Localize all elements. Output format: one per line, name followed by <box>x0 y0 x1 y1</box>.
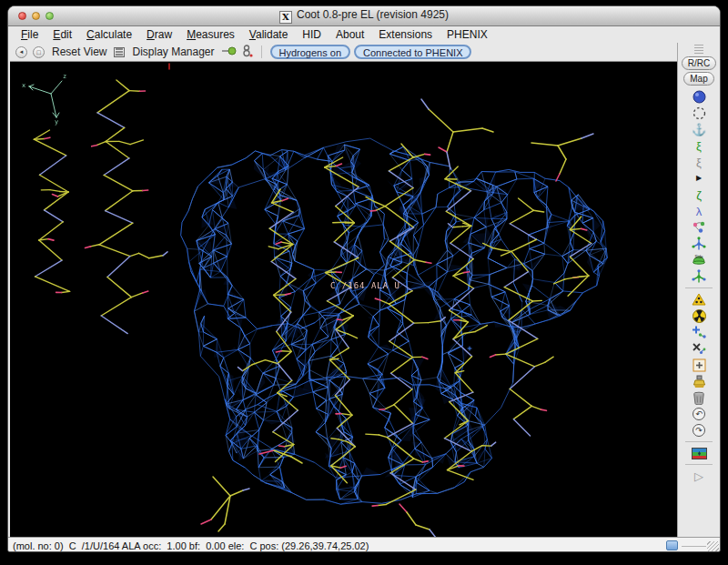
radioactive-icon[interactable] <box>691 308 707 324</box>
gray-squiggle-icon[interactable]: ξ <box>691 154 707 170</box>
hydrogens-toggle-button[interactable]: Hydrogens on <box>270 45 351 59</box>
display-manager-button[interactable]: Display Manager <box>130 45 216 58</box>
menu-phenix[interactable]: PHENIX <box>440 28 495 41</box>
delete-atom-icon[interactable] <box>691 340 707 357</box>
anchor-icon[interactable]: ⚓ <box>691 121 707 137</box>
redo-icon[interactable]: ↷ <box>691 422 707 439</box>
svg-text:Side: Side <box>694 255 703 259</box>
toolbar-separator <box>685 288 713 288</box>
toolbar-separator <box>261 45 262 58</box>
main-toolbar: ◂ □ Reset View Display Manager Hydrogens… <box>8 43 677 61</box>
window-resize-grip[interactable] <box>707 541 719 552</box>
add-terminal-residue-icon[interactable] <box>691 357 707 373</box>
flag-icon[interactable] <box>691 445 707 461</box>
atom-dots-icon[interactable] <box>691 219 707 236</box>
toolbar-separator <box>685 441 713 442</box>
right-toolbar-panel: R/RC Map ⚓ξξ▶ζλSide↶↷▷ <box>677 43 720 537</box>
screen: XCoot 0.8-pre EL (revision 4925) FileEdi… <box>0 0 728 565</box>
titlebar[interactable]: XCoot 0.8-pre EL (revision 4925) <box>8 6 720 26</box>
menu-extensions[interactable]: Extensions <box>371 28 440 41</box>
status-scrollbar-thumb[interactable] <box>666 540 678 550</box>
star-molecule-icon[interactable] <box>691 236 707 252</box>
nav-stop-button[interactable]: □ <box>33 46 45 58</box>
menubar: FileEditCalculateDrawMeasuresValidateHID… <box>8 26 720 43</box>
blue-chain-icon[interactable]: λ <box>691 203 707 219</box>
reset-view-button[interactable]: Reset View <box>50 45 108 58</box>
dashed-circle-icon[interactable] <box>691 105 707 121</box>
add-atom-icon[interactable] <box>691 324 707 340</box>
blue-sphere-icon[interactable] <box>691 88 707 105</box>
coot-window: XCoot 0.8-pre EL (revision 4925) FileEdi… <box>7 5 721 552</box>
green-squiggle-icon[interactable]: ξ <box>691 137 707 154</box>
paintbrush-icon[interactable] <box>691 373 707 389</box>
menu-edit[interactable]: Edit <box>46 28 79 41</box>
green-star-molecule-icon[interactable] <box>691 268 707 285</box>
run-play-icon[interactable]: ▷ <box>691 468 707 484</box>
menu-draw[interactable]: Draw <box>139 28 179 41</box>
gl-viewport[interactable]: C /164 ALA U x z y <box>10 61 677 537</box>
menu-about[interactable]: About <box>329 28 371 41</box>
window-title: XCoot 0.8-pre EL (revision 4925) <box>8 8 720 24</box>
menu-calculate[interactable]: Calculate <box>79 28 139 41</box>
x11-icon: X <box>279 11 292 24</box>
expand-arrow-icon[interactable]: ▶ <box>691 170 707 187</box>
nav-back-button[interactable]: ◂ <box>15 46 27 58</box>
menu-measures[interactable]: Measures <box>179 28 242 41</box>
toolbar-separator <box>685 464 713 465</box>
go-to-atom-icon[interactable] <box>222 45 237 59</box>
gl-canvas[interactable] <box>10 62 677 537</box>
trash-icon[interactable] <box>691 389 707 406</box>
hazard-triangle-icon[interactable] <box>691 291 707 308</box>
map-button[interactable]: Map <box>683 72 713 86</box>
hydrogen-figure-icon[interactable] <box>242 45 253 60</box>
refine-control-button[interactable]: R/RC <box>682 56 716 70</box>
menu-file[interactable]: File <box>14 28 46 41</box>
model-tools-column: ⚓ξξ▶ζλSide↶↷▷ <box>685 88 713 484</box>
statusbar: (mol. no: 0) C /1/U/164 ALA occ: 1.00 bf… <box>8 537 720 552</box>
display-manager-icon <box>114 47 125 57</box>
status-groove <box>682 546 706 547</box>
green-chain-icon[interactable]: ζ <box>691 187 707 203</box>
undo-icon[interactable]: ↶ <box>691 406 707 422</box>
side-dome-icon[interactable]: Side <box>691 252 707 268</box>
toolbar-drag-handle[interactable] <box>694 45 703 54</box>
phenix-connection-badge[interactable]: Connected to PHENIX <box>354 45 471 59</box>
menu-validate[interactable]: Validate <box>242 28 296 41</box>
status-text: (mol. no: 0) C /1/U/164 ALA occ: 1.00 bf… <box>13 540 369 551</box>
menu-hid[interactable]: HID <box>295 28 329 41</box>
